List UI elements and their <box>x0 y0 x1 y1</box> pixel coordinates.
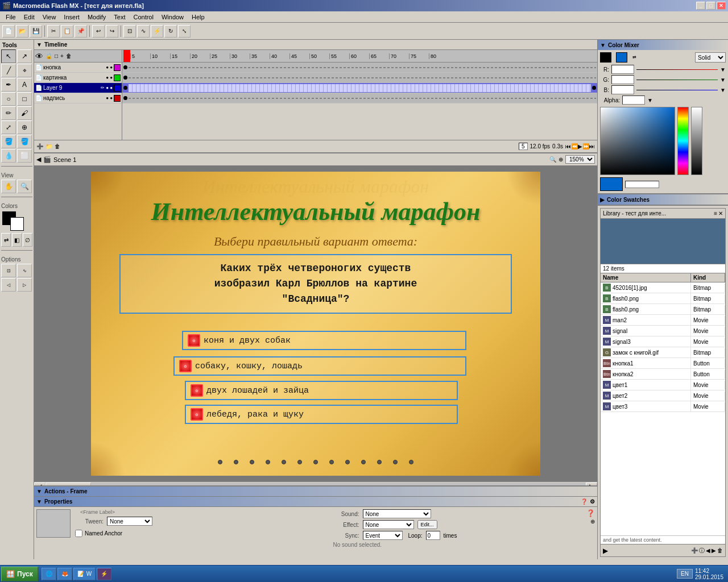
start-button[interactable]: 🪟 Пуск <box>1 567 38 581</box>
g-arrow[interactable]: ▼ <box>720 77 726 83</box>
stage-wrapper[interactable]: Интеллектуальный марафон Интеллектуальны… <box>34 166 597 485</box>
lib-menu-btn[interactable]: ≡ <box>714 210 717 217</box>
lib-item-4[interactable]: M signal Movie <box>601 326 725 336</box>
outline-icon[interactable]: □ <box>55 53 58 59</box>
default-colors[interactable]: ◧ <box>12 233 22 247</box>
dot-2[interactable] <box>234 460 238 464</box>
dot-11[interactable] <box>377 460 382 464</box>
subselect-tool[interactable]: ↗ <box>17 49 32 63</box>
dot-13[interactable] <box>409 460 413 464</box>
rect-tool[interactable]: □ <box>17 92 32 106</box>
lib-item-7[interactable]: Btn кнопка1 Button <box>601 358 725 369</box>
del-layer-btn[interactable]: 🗑 <box>55 143 60 149</box>
paint-tool[interactable]: 🪣 <box>17 135 32 148</box>
props-help-icon[interactable]: ❓ <box>581 498 588 505</box>
lib-item-11[interactable]: M цвет3 Movie <box>601 401 725 412</box>
answer-row-3[interactable]: ✿ двух лошадей и зайца <box>185 381 458 400</box>
named-anchor-checkbox[interactable] <box>75 530 82 537</box>
select-tool[interactable]: ↖ <box>1 49 16 63</box>
opt-left[interactable]: ◁ <box>1 278 16 292</box>
undo-button[interactable]: ↩ <box>92 25 105 38</box>
oval-tool[interactable]: ○ <box>1 92 16 106</box>
menu-window[interactable]: Window <box>158 13 187 22</box>
color-mixer-collapse[interactable]: ▼ <box>600 42 606 48</box>
pencil-tool[interactable]: ✏ <box>1 106 16 120</box>
lib-del-btn[interactable]: 🗑 <box>717 547 723 554</box>
zoom-tool[interactable]: 🔍 <box>17 180 32 193</box>
dot-12[interactable] <box>393 460 398 464</box>
answer-row-1[interactable]: ✿ коня и двух собак <box>182 331 466 350</box>
effect-select[interactable]: None <box>363 520 414 529</box>
lib-play-btn[interactable]: ▶ <box>603 547 608 555</box>
copy-button[interactable]: 📋 <box>61 25 73 38</box>
g-slider[interactable] <box>636 80 718 80</box>
lib-add-btn[interactable]: ➕ <box>691 547 698 554</box>
pen-tool[interactable]: ✒ <box>1 78 16 92</box>
loop-input[interactable] <box>426 531 440 540</box>
fill-color[interactable] <box>10 217 24 231</box>
menu-edit[interactable]: Edit <box>20 13 38 22</box>
save-button[interactable]: 💾 <box>30 25 42 38</box>
answer-row-4[interactable]: ✿ лебедя, рака и щуку <box>185 405 458 424</box>
line-tool[interactable]: ╱ <box>1 64 16 77</box>
frames-knopka[interactable] <box>122 63 597 73</box>
b-slider[interactable] <box>636 90 718 90</box>
text-tool[interactable]: A <box>17 78 32 92</box>
del-layer-icon[interactable]: 🗑 <box>66 53 72 59</box>
alpha-input[interactable]: 100% <box>622 95 645 105</box>
lib-nav-left[interactable]: ◀ <box>706 547 710 554</box>
dot-1[interactable] <box>218 460 222 464</box>
lasso-tool[interactable]: ⌖ <box>17 64 32 77</box>
fill-picker[interactable] <box>616 52 627 63</box>
minimize-button[interactable]: _ <box>696 2 705 10</box>
scale-button[interactable]: ⤡ <box>178 25 191 38</box>
color-swatches-header[interactable]: ▶ Color Swatches <box>598 194 728 205</box>
maximize-button[interactable]: □ <box>706 2 715 10</box>
zoom-select[interactable]: 150% 100% 200% 50% <box>565 155 595 164</box>
dot-9[interactable] <box>345 460 350 464</box>
sync-select[interactable]: Event Start Stop Stream <box>363 531 403 540</box>
title-bar-controls[interactable]: _ □ ✕ <box>696 2 726 10</box>
layer-row-nadpis[interactable]: 📄 надпись ● ● <box>34 93 122 103</box>
hand-tool[interactable]: ✋ <box>1 180 16 193</box>
lib-close-btn[interactable]: ✕ <box>718 210 723 217</box>
swap-colors[interactable]: ⇄ <box>1 233 11 247</box>
color-hex-input[interactable]: #0066CC <box>625 181 659 188</box>
close-button[interactable]: ✕ <box>717 2 726 10</box>
new-button[interactable]: 📄 <box>2 25 15 38</box>
actions-collapse[interactable]: ▼ <box>36 488 42 494</box>
stage-hscrollbar[interactable]: ◀ ▶ <box>34 481 597 485</box>
lib-item-10[interactable]: M цвет2 Movie <box>601 390 725 401</box>
menu-text[interactable]: Text <box>110 13 129 22</box>
menu-help[interactable]: Help <box>188 13 208 22</box>
opt-right[interactable]: ▷ <box>17 278 32 292</box>
menu-view[interactable]: View <box>39 13 60 22</box>
smooth-button[interactable]: ∿ <box>137 25 150 38</box>
menu-control[interactable]: Control <box>130 13 156 22</box>
lib-item-5[interactable]: M signal3 Movie <box>601 336 725 347</box>
r-arrow[interactable]: ▼ <box>720 66 726 73</box>
prop-help-btn[interactable]: ❓ <box>586 509 595 517</box>
menu-file[interactable]: File <box>2 13 19 22</box>
dot-3[interactable] <box>250 460 254 464</box>
b-arrow[interactable]: ▼ <box>720 87 726 93</box>
swatches-collapse[interactable]: ▶ <box>600 197 605 203</box>
rotate-button[interactable]: ↻ <box>164 25 177 38</box>
zoom-icon-2[interactable]: ⊕ <box>559 156 563 163</box>
lang-indicator[interactable]: EN <box>677 569 693 579</box>
lib-item-0[interactable]: B 452016[1].jpg Bitmap <box>601 282 725 293</box>
lib-item-6[interactable]: G замок с книгой.gif Bitmap <box>601 347 725 358</box>
swap-icon[interactable]: ⇄ <box>630 52 639 61</box>
play-btn[interactable]: ⏮⏪▶⏩⏭ <box>565 143 595 149</box>
tween-select[interactable]: None Motion Shape <box>107 517 152 526</box>
lib-props-btn[interactable]: ⓘ <box>699 547 705 555</box>
lib-col-name[interactable]: Name <box>601 273 691 282</box>
scroll-left[interactable]: ◀ <box>34 483 46 486</box>
frames-nadpis[interactable] <box>122 93 597 103</box>
lib-item-2[interactable]: B flash0.png Bitmap <box>601 304 725 315</box>
ink-tool[interactable]: 🪣 <box>1 135 16 148</box>
color-brightness[interactable] <box>691 107 702 175</box>
dot-4[interactable] <box>266 460 270 464</box>
taskbar-app-ie[interactable]: 🌐 <box>42 568 56 580</box>
sound-select[interactable]: None <box>363 509 431 518</box>
